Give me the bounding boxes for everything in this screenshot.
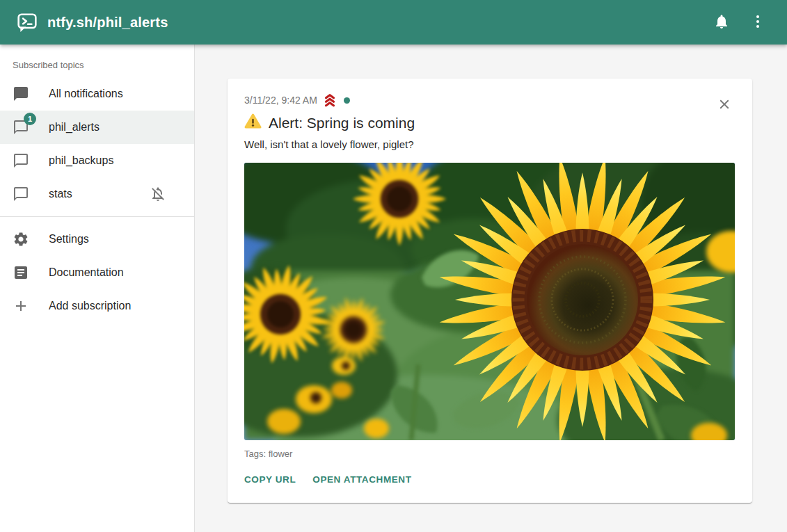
- sidebar-item-label: Documentation: [49, 266, 124, 279]
- bell-off-icon: [150, 186, 166, 202]
- app-bar-title: ntfy.sh/phil_alerts: [47, 15, 168, 31]
- chat-bubble-filled-icon: [13, 86, 29, 102]
- app-bar: ntfy.sh/phil_alerts: [0, 0, 787, 45]
- notification-title: Alert: Spring is coming: [244, 113, 736, 134]
- sidebar-item-documentation[interactable]: Documentation: [0, 256, 194, 289]
- notification-title-text: Alert: Spring is coming: [269, 115, 415, 131]
- unread-dot: [344, 97, 350, 104]
- main-content: 3/11/22, 9:42 AM Alert: Spring is coming: [195, 45, 787, 532]
- sidebar-item-label: stats: [49, 188, 72, 200]
- gear-icon: [13, 231, 29, 248]
- notification-tags: Tags: flower: [244, 449, 736, 459]
- subscribed-topics-label: Subscribed topics: [0, 45, 194, 77]
- sidebar-item-label: Add subscription: [49, 300, 131, 312]
- sidebar-item-label: All notifications: [49, 88, 123, 100]
- warning-triangle-emoji: [244, 113, 262, 134]
- sidebar-item-add-subscription[interactable]: Add subscription: [0, 289, 194, 323]
- notification-timestamp: 3/11/22, 9:42 AM: [244, 95, 317, 106]
- sidebar-item-stats[interactable]: stats: [0, 177, 194, 211]
- notifications-bell-button[interactable]: [708, 8, 736, 36]
- article-icon: [13, 264, 29, 281]
- sidebar-divider: [0, 216, 194, 217]
- sidebar-item-phil-alerts[interactable]: 1 phil_alerts: [0, 111, 194, 144]
- notification-meta: 3/11/22, 9:42 AM: [244, 92, 736, 108]
- close-notification-button[interactable]: [715, 95, 734, 115]
- sidebar-item-phil-backups[interactable]: phil_backups: [0, 144, 194, 177]
- ntfy-logo-icon: [17, 12, 38, 33]
- notification-card: 3/11/22, 9:42 AM Alert: Spring is coming: [228, 79, 752, 503]
- copy-url-button[interactable]: COPY URL: [244, 470, 296, 489]
- open-attachment-button[interactable]: OPEN ATTACHMENT: [312, 470, 411, 489]
- bell-icon: [713, 13, 730, 32]
- attachment-image[interactable]: [244, 163, 735, 440]
- notification-actions: COPY URL OPEN ATTACHMENT: [244, 470, 736, 493]
- kebab-menu-icon: [749, 13, 766, 32]
- sidebar-item-settings[interactable]: Settings: [0, 223, 194, 256]
- chat-bubble-outline-icon: [13, 152, 29, 169]
- close-x-icon: [717, 97, 732, 114]
- notification-body: Well, isn't that a lovely flower, piglet…: [244, 138, 736, 150]
- sidebar-item-label: phil_alerts: [49, 121, 100, 134]
- unread-count-badge: 1: [24, 113, 36, 125]
- chat-bubble-outline-icon: [13, 186, 29, 202]
- priority-urgent-icon: [322, 92, 337, 108]
- sidebar-item-label: phil_backups: [49, 154, 113, 167]
- sidebar: Subscribed topics All notifications 1 ph…: [0, 45, 195, 532]
- sidebar-item-all-notifications[interactable]: All notifications: [0, 77, 194, 111]
- sidebar-item-label: Settings: [49, 233, 89, 245]
- plus-icon: [13, 298, 29, 314]
- chat-bubble-outline-icon: 1: [13, 119, 29, 136]
- overflow-menu-button[interactable]: [744, 8, 772, 36]
